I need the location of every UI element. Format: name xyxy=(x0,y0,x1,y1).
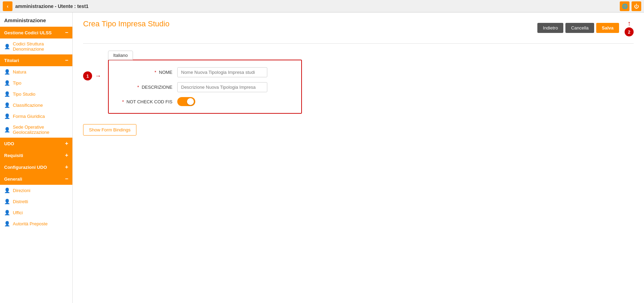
form-row-descrizione: * DESCRIZIONE xyxy=(117,82,293,92)
sidebar-section-configurazioni-udo[interactable]: Configurazioni UDO + xyxy=(0,161,72,173)
show-form-bindings-button[interactable]: Show Form Bindings xyxy=(83,124,136,136)
save-button[interactable]: Salva xyxy=(596,23,619,33)
annotation-1: 1 → xyxy=(83,71,101,80)
form-container: Italiano * NOME * xyxy=(108,51,302,114)
sidebar-item-uffici[interactable]: 👤 Uffici xyxy=(0,207,72,218)
annotation-2-badge: 2 xyxy=(625,27,634,36)
toggle-icon-udo: + xyxy=(65,140,68,147)
sidebar-section-generali[interactable]: Generali − xyxy=(0,173,72,185)
label-nome: * NOME xyxy=(117,70,172,75)
language-tab[interactable]: Italiano xyxy=(108,51,133,60)
label-descrizione: * DESCRIZIONE xyxy=(117,85,172,90)
sidebar-item-distretti[interactable]: 👤 Distretti xyxy=(0,196,72,207)
sidebar-item-sede-operative[interactable]: 👤 Sede Operative Geolocalizzazione xyxy=(0,122,72,138)
toggle-not-check-cod-fis[interactable] xyxy=(177,97,195,106)
input-descrizione[interactable] xyxy=(177,82,267,92)
person-icon-distretti: 👤 xyxy=(4,199,10,204)
sidebar-item-codici-struttura[interactable]: 👤 Codici Struttura Denominazione xyxy=(0,38,72,54)
sidebar-section-udo[interactable]: UDO + xyxy=(0,138,72,149)
cancel-button[interactable]: Cancella xyxy=(565,23,594,33)
power-button[interactable]: ⏻ xyxy=(632,1,641,11)
sidebar-item-autorita-preposte[interactable]: 👤 Autorità Preposte xyxy=(0,218,72,229)
person-icon-sede-operative: 👤 xyxy=(4,127,10,132)
label-not-check-cod-fis: * NOT CHECK COD FIS xyxy=(117,99,172,104)
form-row-nome: * NOME xyxy=(117,67,293,77)
person-icon-tipo-studio: 👤 xyxy=(4,91,10,97)
form-row-not-check-cod-fis: * NOT CHECK COD FIS xyxy=(117,97,293,106)
toggle-switch[interactable] xyxy=(177,97,195,106)
content-area: Crea Tipo Impresa Studio Indietro Cancel… xyxy=(73,12,644,303)
form-section: 1 → Italiano * NOME xyxy=(83,51,634,114)
sidebar-item-natura[interactable]: 👤 Natura xyxy=(0,66,72,77)
globe-button[interactable]: 🌐 xyxy=(620,1,629,11)
arrow-right-icon: → xyxy=(95,72,101,80)
toggle-icon-titolari: − xyxy=(65,57,68,63)
toggle-track xyxy=(177,97,195,106)
toggle-icon-gestione: − xyxy=(65,29,68,36)
person-icon: 👤 xyxy=(4,44,10,49)
toggle-icon-generali: − xyxy=(65,176,68,182)
sidebar-item-direzioni[interactable]: 👤 Direzioni xyxy=(0,185,72,196)
divider-top xyxy=(83,43,634,44)
person-icon-forma-giuridica: 👤 xyxy=(4,113,10,119)
annotation-1-badge: 1 xyxy=(83,71,92,80)
sidebar-section-gestione-codici-ulss[interactable]: Gestione Codici ULSS − xyxy=(0,27,72,38)
back-button[interactable]: Indietro xyxy=(537,23,563,33)
toggle-thumb xyxy=(187,98,194,105)
title-bar-text: amministrazione - Utente : test1 xyxy=(15,3,89,9)
form-box: * NOME * DESCRIZIONE xyxy=(108,60,302,114)
person-icon-autorita-preposte: 👤 xyxy=(4,221,10,226)
page-title: Crea Tipo Impresa Studio xyxy=(83,19,169,28)
sidebar-item-tipo-studio[interactable]: 👤 Tipo Studio xyxy=(0,88,72,99)
sidebar-title: Amministrazione xyxy=(0,12,72,27)
sidebar-item-classificazione[interactable]: 👤 Classificazione xyxy=(0,99,72,111)
title-bar: ‹ amministrazione - Utente : test1 🌐 ⏻ xyxy=(0,0,644,12)
input-nome[interactable] xyxy=(177,67,267,77)
person-icon-natura: 👤 xyxy=(4,69,10,75)
sidebar: Amministrazione Gestione Codici ULSS − 👤… xyxy=(0,12,73,303)
person-icon-uffici: 👤 xyxy=(4,210,10,215)
app-icon: ‹ xyxy=(3,1,12,11)
person-icon-classificazione: 👤 xyxy=(4,102,10,108)
toggle-icon-configurazioni: + xyxy=(65,164,68,170)
sidebar-section-titolari[interactable]: Titolari − xyxy=(0,54,72,66)
sidebar-item-forma-giuridica[interactable]: 👤 Forma Giuridica xyxy=(0,111,72,122)
sidebar-section-requisiti[interactable]: Requisiti + xyxy=(0,149,72,161)
toggle-icon-requisiti: + xyxy=(65,152,68,158)
sidebar-item-tipo[interactable]: 👤 Tipo xyxy=(0,77,72,88)
person-icon-tipo: 👤 xyxy=(4,80,10,86)
person-icon-direzioni: 👤 xyxy=(4,188,10,193)
content-header: Crea Tipo Impresa Studio Indietro Cancel… xyxy=(83,19,634,36)
header-buttons: Indietro Cancella Salva xyxy=(537,23,619,33)
